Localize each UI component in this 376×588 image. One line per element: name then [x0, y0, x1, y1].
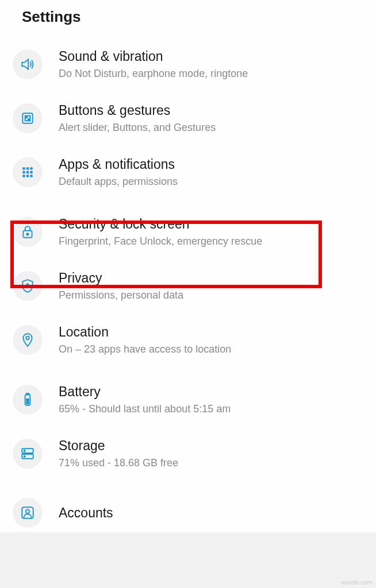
- apps-icon: [13, 157, 43, 187]
- privacy-sub: Permissions, personal data: [59, 289, 183, 301]
- svg-point-23: [26, 510, 30, 514]
- watermark: wsxdn.com: [341, 579, 373, 586]
- accounts-icon: [13, 498, 43, 528]
- location-icon: [13, 325, 43, 355]
- svg-rect-10: [30, 175, 32, 177]
- battery-row[interactable]: Battery 65% - Should last until about 5:…: [0, 373, 376, 427]
- settings-section: Battery 65% - Should last until about 5:…: [0, 373, 376, 481]
- svg-rect-17: [26, 399, 29, 404]
- sound-title: Sound & vibration: [59, 49, 248, 64]
- lock-icon: [13, 217, 43, 247]
- svg-rect-2: [22, 167, 25, 169]
- privacy-row[interactable]: Privacy Permissions, personal data: [0, 259, 376, 313]
- settings-section: Accounts: [0, 486, 376, 532]
- storage-title: Storage: [59, 438, 178, 454]
- svg-rect-16: [26, 393, 29, 394]
- svg-point-13: [26, 284, 28, 285]
- svg-rect-8: [22, 175, 25, 177]
- svg-rect-6: [26, 171, 29, 173]
- page-title: Settings: [0, 0, 376, 37]
- security-row[interactable]: Security & lock screen Fingerprint, Face…: [0, 205, 376, 259]
- storage-row[interactable]: Storage 71% used - 18.68 GB free: [0, 427, 376, 481]
- accounts-title: Accounts: [59, 505, 113, 521]
- apps-sub: Default apps, permissions: [59, 176, 178, 188]
- battery-icon: [13, 385, 43, 415]
- svg-rect-4: [30, 167, 32, 169]
- svg-point-21: [24, 456, 25, 457]
- shield-icon: [13, 271, 43, 301]
- security-sub: Fingerprint, Face Unlock, emergency resc…: [59, 235, 262, 247]
- accounts-row[interactable]: Accounts: [0, 486, 376, 532]
- sound-icon: [13, 49, 43, 79]
- settings-section: Sound & vibration Do Not Disturb, earpho…: [0, 37, 376, 199]
- svg-rect-5: [22, 171, 25, 173]
- location-sub: On – 23 apps have access to location: [59, 343, 231, 355]
- battery-title: Battery: [59, 384, 231, 400]
- settings-section: Security & lock screen Fingerprint, Face…: [0, 205, 376, 367]
- svg-point-12: [26, 233, 28, 235]
- location-row[interactable]: Location On – 23 apps have access to loc…: [0, 313, 376, 367]
- svg-rect-7: [30, 171, 32, 173]
- buttons-row[interactable]: Buttons & gestures Alert slider, Buttons…: [0, 91, 376, 145]
- buttons-icon: [13, 103, 43, 133]
- apps-title: Apps & notifications: [59, 157, 178, 172]
- svg-point-20: [24, 450, 25, 451]
- svg-rect-3: [26, 167, 29, 169]
- svg-point-14: [26, 336, 29, 339]
- battery-sub: 65% - Should last until about 5:15 am: [59, 403, 231, 415]
- buttons-sub: Alert slider, Buttons, and Gestures: [59, 122, 216, 134]
- apps-row[interactable]: Apps & notifications Default apps, permi…: [0, 145, 376, 199]
- storage-icon: [13, 439, 43, 469]
- location-title: Location: [59, 324, 231, 340]
- sound-row[interactable]: Sound & vibration Do Not Disturb, earpho…: [0, 37, 376, 91]
- storage-sub: 71% used - 18.68 GB free: [59, 457, 178, 469]
- security-title: Security & lock screen: [59, 216, 262, 232]
- svg-rect-9: [26, 175, 29, 177]
- privacy-title: Privacy: [59, 270, 183, 286]
- sound-sub: Do Not Disturb, earphone mode, ringtone: [59, 68, 248, 80]
- buttons-title: Buttons & gestures: [59, 103, 216, 118]
